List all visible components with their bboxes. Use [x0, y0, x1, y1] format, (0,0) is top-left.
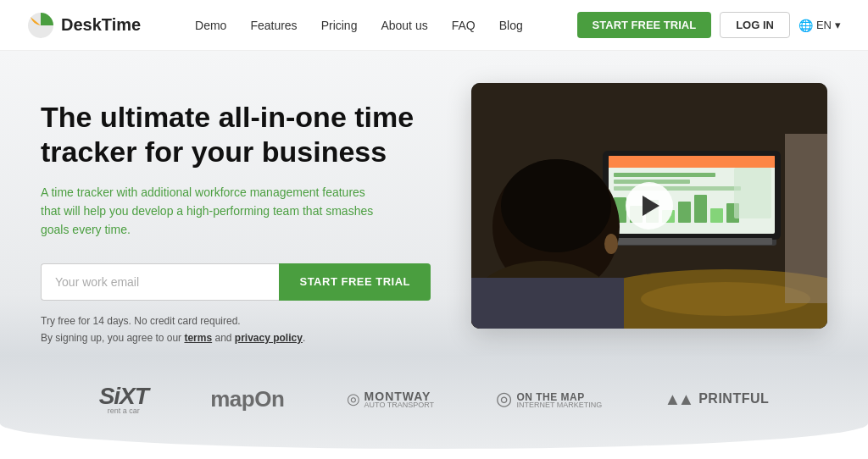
- play-button[interactable]: [626, 182, 673, 230]
- nav-demo[interactable]: Demo: [195, 19, 226, 32]
- logo-mapon: mapOn: [210, 386, 284, 412]
- svg-rect-15: [694, 195, 707, 223]
- mapon-logo-text: mapOn: [210, 386, 284, 412]
- trial-note-line2: By signing up, you agree to our: [41, 332, 184, 344]
- hero-section: The ultimate all-in-one time tracker for…: [0, 51, 868, 356]
- trial-button[interactable]: START FREE TRIAL: [279, 263, 431, 301]
- trial-note: Try free for 14 days. No credit card req…: [41, 312, 431, 347]
- trial-note-end: .: [303, 332, 305, 344]
- terms-link[interactable]: terms: [184, 332, 212, 344]
- hero-content: The ultimate all-in-one time tracker for…: [41, 91, 431, 347]
- play-icon: [643, 196, 659, 216]
- svg-rect-18: [734, 168, 771, 218]
- montway-icon: ◎: [347, 390, 360, 408]
- svg-rect-16: [710, 208, 723, 223]
- nav-links: Demo Features Pricing About us FAQ Blog: [195, 19, 523, 32]
- hero-video[interactable]: [471, 83, 827, 329]
- sixt-logo-text: SiXT: [99, 383, 148, 409]
- logo-text: DeskTime: [61, 15, 141, 35]
- svg-point-23: [604, 234, 618, 254]
- nav-pricing[interactable]: Pricing: [321, 19, 358, 32]
- login-button[interactable]: LOG IN: [720, 12, 790, 38]
- email-form: START FREE TRIAL: [41, 263, 431, 301]
- navbar: DeskTime Demo Features Pricing About us …: [0, 0, 868, 51]
- and-text: and: [212, 332, 235, 344]
- svg-rect-19: [611, 238, 772, 245]
- navbar-actions: START FREE TRIAL LOG IN 🌐 EN ▾: [577, 12, 841, 38]
- email-input[interactable]: [41, 263, 279, 301]
- trial-note-line1: Try free for 14 days. No credit card req…: [41, 315, 241, 327]
- hero-subtitle: A time tracker with additional workforce…: [41, 183, 380, 240]
- chevron-down-icon: ▾: [835, 19, 841, 31]
- lang-label: EN: [816, 19, 832, 31]
- language-selector[interactable]: 🌐 EN ▾: [798, 19, 841, 32]
- logo-sixt: SiXT rent a car: [99, 383, 148, 415]
- onthemap-wrapper: ◎ ON THE MAP INTERNET MARKETING: [496, 388, 602, 410]
- privacy-link[interactable]: privacy policy: [235, 332, 303, 344]
- montway-sub: AUTO TRANSPORT: [364, 401, 435, 409]
- logo-onthemap: ◎ ON THE MAP INTERNET MARKETING: [496, 388, 602, 410]
- nav-features[interactable]: Features: [250, 19, 297, 32]
- svg-rect-7: [614, 173, 715, 177]
- nav-blog[interactable]: Blog: [499, 19, 523, 32]
- montway-wrapper: ◎ MONTWAY AUTO TRANSPORT: [347, 389, 435, 409]
- globe-icon: 🌐: [798, 19, 813, 32]
- svg-rect-6: [609, 156, 775, 168]
- subtitle-highlight: force: [220, 185, 247, 199]
- onthemap-sub: INTERNET MARKETING: [516, 401, 602, 409]
- svg-rect-14: [678, 202, 691, 223]
- nav-about[interactable]: About us: [381, 19, 427, 32]
- nav-faq[interactable]: FAQ: [452, 19, 476, 32]
- svg-rect-26: [785, 134, 827, 303]
- svg-point-22: [501, 159, 611, 252]
- logos-section: SiXT rent a car mapOn ◎ MONTWAY AUTO TRA…: [0, 356, 868, 449]
- printful-logo-text: PRINTFUL: [698, 391, 769, 406]
- video-background: [471, 83, 827, 329]
- logo-icon: [27, 12, 54, 39]
- svg-rect-24: [471, 278, 624, 329]
- navbar-trial-button[interactable]: START FREE TRIAL: [577, 12, 712, 38]
- onthemap-icon: ◎: [496, 388, 512, 410]
- printful-icon: ▲▲: [665, 390, 692, 409]
- printful-wrapper: ▲▲ PRINTFUL: [665, 390, 770, 409]
- logo[interactable]: DeskTime: [27, 12, 141, 39]
- logo-printful: ▲▲ PRINTFUL: [665, 390, 770, 409]
- hero-title: The ultimate all-in-one time tracker for…: [41, 100, 431, 169]
- subtitle-text-pre: A time tracker with additional work: [41, 185, 220, 199]
- logo-montway: ◎ MONTWAY AUTO TRANSPORT: [347, 389, 435, 409]
